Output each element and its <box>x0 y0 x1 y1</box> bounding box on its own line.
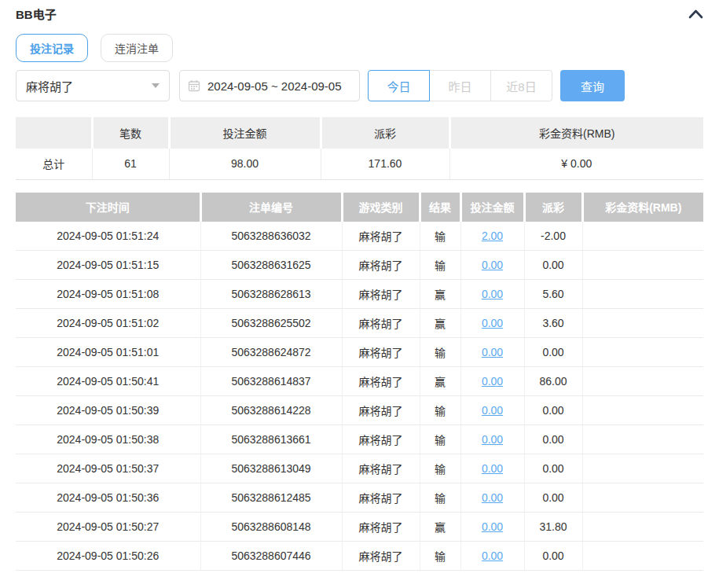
summary-col-blank <box>16 117 92 149</box>
bonus-cell <box>582 309 703 338</box>
summary-total-count: 61 <box>92 149 169 179</box>
bet-amount-link[interactable]: 0.00 <box>482 317 503 329</box>
bet-amount-link[interactable]: 0.00 <box>482 462 503 475</box>
bet-time-cell: 2024-09-05 01:50:26 <box>16 542 200 571</box>
result-cell: 赢 <box>420 367 460 396</box>
records-header-row: 下注时间 注单编号 游戏类别 结果 投注金额 派彩 彩金资料(RMB) <box>16 193 703 222</box>
table-row: 2024-09-05 01:50:27 5063288608148 麻将胡了 赢… <box>16 513 703 542</box>
bet-amount-cell: 0.00 <box>460 338 524 367</box>
quick-date-group: 今日 昨日 近8日 <box>368 70 552 101</box>
date-range-input[interactable]: 2024-09-05 ~ 2024-09-05 <box>179 70 360 101</box>
records-table: 下注时间 注单编号 游戏类别 结果 投注金额 派彩 彩金资料(RMB) 2024… <box>16 193 703 571</box>
bonus-cell <box>582 513 703 542</box>
table-row: 2024-09-05 01:50:41 5063288614837 麻将胡了 赢… <box>16 367 703 396</box>
bet-time-cell: 2024-09-05 01:51:08 <box>16 280 200 309</box>
records-col-payout: 派彩 <box>524 193 582 222</box>
bonus-cell <box>582 483 703 513</box>
bet-amount-link[interactable]: 0.00 <box>482 491 503 504</box>
game-select[interactable]: 麻将胡了 <box>16 70 170 101</box>
game-type-cell: 麻将胡了 <box>342 338 420 367</box>
bet-amount-link[interactable]: 0.00 <box>482 346 503 358</box>
quick-last8days-button[interactable]: 近8日 <box>490 70 552 101</box>
tab-bet-records[interactable]: 投注记录 <box>16 34 88 62</box>
bet-amount-link[interactable]: 0.00 <box>482 549 503 562</box>
bet-time-cell: 2024-09-05 01:50:36 <box>16 483 200 513</box>
bonus-cell <box>582 280 703 309</box>
bet-amount-link[interactable]: 0.00 <box>482 288 503 300</box>
table-row: 2024-09-05 01:50:39 5063288614228 麻将胡了 输… <box>16 396 703 425</box>
bonus-cell <box>582 367 703 396</box>
table-row: 2024-09-05 01:50:26 5063288607446 麻将胡了 输… <box>16 542 703 571</box>
table-row: 2024-09-05 01:51:08 5063288628613 麻将胡了 赢… <box>16 280 703 309</box>
bonus-cell <box>582 396 703 425</box>
game-type-cell: 麻将胡了 <box>342 280 420 309</box>
result-cell: 赢 <box>420 513 460 542</box>
table-row: 2024-09-05 01:50:37 5063288613049 麻将胡了 输… <box>16 454 703 483</box>
quick-yesterday-button[interactable]: 昨日 <box>429 70 491 101</box>
summary-col-bonus: 彩金资料(RMB) <box>449 117 703 149</box>
result-cell: 赢 <box>420 280 460 309</box>
bet-time-cell: 2024-09-05 01:50:41 <box>16 367 200 396</box>
game-type-cell: 麻将胡了 <box>342 483 420 513</box>
payout-cell: 5.60 <box>524 280 582 309</box>
bet-amount-cell: 0.00 <box>460 251 524 280</box>
table-row: 2024-09-05 01:51:24 5063288636032 麻将胡了 输… <box>16 222 703 251</box>
table-row: 2024-09-05 01:51:01 5063288624872 麻将胡了 输… <box>16 338 703 367</box>
game-type-cell: 麻将胡了 <box>342 396 420 425</box>
game-select-value: 麻将胡了 <box>26 78 73 94</box>
bet-amount-link[interactable]: 0.00 <box>482 520 503 533</box>
bet-amount-link[interactable]: 0.00 <box>482 433 503 446</box>
table-row: 2024-09-05 01:50:38 5063288613661 麻将胡了 输… <box>16 425 703 454</box>
bet-amount-link[interactable]: 0.00 <box>482 375 503 388</box>
bet-amount-cell: 0.00 <box>460 513 524 542</box>
quick-today-button[interactable]: 今日 <box>368 70 430 101</box>
summary-total-bet-amount: 98.00 <box>169 149 321 179</box>
table-row: 2024-09-05 01:50:36 5063288612485 麻将胡了 输… <box>16 483 703 513</box>
bet-amount-link[interactable]: 0.00 <box>482 404 503 417</box>
records-col-game: 游戏类别 <box>342 193 420 222</box>
order-id-cell: 5063288607446 <box>200 542 342 571</box>
calendar-icon <box>188 79 200 92</box>
order-id-cell: 5063288608148 <box>200 513 342 542</box>
bet-amount-link[interactable]: 0.00 <box>482 259 503 271</box>
bet-amount-cell: 0.00 <box>460 454 524 483</box>
order-id-cell: 5063288612485 <box>200 483 342 513</box>
order-id-cell: 5063288614837 <box>200 367 342 396</box>
payout-cell: 0.00 <box>524 251 582 280</box>
collapse-panel-button[interactable] <box>688 9 703 19</box>
result-cell: 输 <box>420 251 460 280</box>
records-col-bet: 投注金额 <box>460 193 524 222</box>
bet-time-cell: 2024-09-05 01:50:27 <box>16 513 200 542</box>
search-button[interactable]: 查询 <box>560 70 625 101</box>
chevron-down-icon <box>152 83 160 88</box>
tab-cancelled-orders[interactable]: 连消注单 <box>101 34 173 62</box>
panel-header: BB电子 <box>16 0 703 16</box>
bonus-cell <box>582 338 703 367</box>
bet-time-cell: 2024-09-05 01:51:15 <box>16 251 200 280</box>
records-col-bonus: 彩金资料(RMB) <box>582 193 703 222</box>
payout-cell: 0.00 <box>524 338 582 367</box>
bet-time-cell: 2024-09-05 01:51:24 <box>16 222 200 251</box>
bonus-cell <box>582 542 703 571</box>
game-type-cell: 麻将胡了 <box>342 425 420 454</box>
summary-total-row: 总计 61 98.00 171.60 ¥ 0.00 <box>16 149 703 179</box>
game-type-cell: 麻将胡了 <box>342 513 420 542</box>
payout-cell: 0.00 <box>524 425 582 454</box>
payout-cell: -2.00 <box>524 222 582 251</box>
result-cell: 输 <box>420 338 460 367</box>
bonus-cell <box>582 454 703 483</box>
summary-col-bet-amount: 投注金额 <box>169 117 321 149</box>
result-cell: 赢 <box>420 309 460 338</box>
payout-cell: 0.00 <box>524 483 582 513</box>
order-id-cell: 5063288628613 <box>200 280 342 309</box>
result-cell: 输 <box>420 483 460 513</box>
bb-dianzi-panel: BB电子 投注记录 连消注单 麻将胡了 <box>0 0 719 571</box>
payout-cell: 31.80 <box>524 513 582 542</box>
summary-col-payout: 派彩 <box>321 117 449 149</box>
bet-amount-link[interactable]: 2.00 <box>482 230 503 242</box>
result-cell: 输 <box>420 222 460 251</box>
game-type-cell: 麻将胡了 <box>342 454 420 483</box>
records-col-result: 结果 <box>420 193 460 222</box>
payout-cell: 0.00 <box>524 542 582 571</box>
bet-amount-cell: 0.00 <box>460 425 524 454</box>
